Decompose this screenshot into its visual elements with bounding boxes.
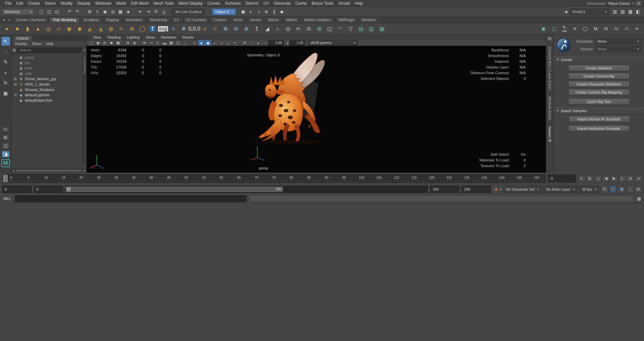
open-scene-icon[interactable]: ◰	[45, 8, 53, 15]
ambient-occlusion-icon[interactable]: ◒	[225, 40, 231, 46]
outliner-tab[interactable]: Outliner	[12, 35, 33, 41]
layout-single-pane-button[interactable]: ▭	[2, 126, 10, 132]
input-connections-icon[interactable]: ⇤	[137, 8, 145, 15]
smooth-icon[interactable]: ◠	[335, 24, 345, 34]
sidebar-channel-box-toggle-icon[interactable]: ▥	[611, 8, 619, 15]
shelf-tab[interactable]: Curves / Surfaces	[13, 17, 49, 23]
menu-item[interactable]: Edit	[14, 0, 26, 7]
boolean-union-icon[interactable]: ⊕	[221, 24, 230, 34]
snap-to-curve-icon[interactable]: ∿	[93, 8, 101, 15]
safe-title-icon[interactable]: □	[182, 40, 188, 46]
source-dropdown[interactable]: None	[595, 46, 641, 52]
menu-item[interactable]: Deform	[243, 0, 261, 7]
shelf-tab[interactable]: Poly Modeling	[49, 17, 79, 23]
outliner-item-side[interactable]: ▣ side	[11, 71, 86, 76]
component-mode-icon[interactable]: ▢	[549, 24, 559, 34]
character-set-icon[interactable]: ◆	[494, 187, 498, 192]
paint-select-tool[interactable]: ✎	[1, 58, 10, 66]
menu-item[interactable]: Create	[26, 0, 42, 7]
menu-item[interactable]: Cache	[293, 0, 309, 7]
poly-prism-icon[interactable]: ◮	[96, 24, 105, 34]
quick-render-icon[interactable]: ◐	[247, 8, 255, 15]
shelf-tab[interactable]: MASH	[283, 17, 300, 23]
object-mode-icon[interactable]: ▣	[539, 24, 548, 34]
time-slider[interactable]: 0510152025303540455055606570758085909510…	[2, 174, 546, 183]
gamma-icon[interactable]: γ	[287, 41, 288, 45]
reduce-icon[interactable]: ▽	[346, 24, 355, 34]
view-transform-dropdown[interactable]: sRGB gamma	[308, 40, 358, 46]
chevron-down-icon[interactable]	[83, 48, 85, 52]
anti-aliasing-icon[interactable]: ⊛	[241, 40, 248, 46]
poly-helix-icon[interactable]: ∿	[117, 24, 126, 34]
outliner-horizontal-scrollbar[interactable]: ◀ ▶	[11, 168, 86, 173]
select-tool[interactable]: ↖	[1, 37, 10, 46]
anim-layer-dropdown[interactable]: No Anim Layer	[544, 186, 577, 193]
animation-preferences-icon[interactable]: ⊛	[635, 186, 642, 193]
new-scene-icon[interactable]: ▢	[38, 8, 45, 15]
sweep-mesh-icon[interactable]: ∿	[169, 24, 178, 34]
outliner-item-persp[interactable]: ▣ persp	[11, 55, 86, 60]
import-animation-example-button[interactable]: Import Animation Example	[568, 125, 630, 132]
bookmarks-icon[interactable]: ◆	[108, 40, 115, 46]
menu-set-dropdown[interactable]: Modeling	[2, 8, 34, 15]
outliner-menu-item[interactable]: Display	[13, 41, 30, 46]
marking-menu-m4-icon[interactable]: M	[622, 24, 632, 34]
uv-planar-icon[interactable]: ▤	[356, 24, 366, 34]
menu-item[interactable]: File	[3, 0, 14, 7]
menu-item[interactable]: Mesh	[114, 0, 128, 7]
go-to-start-button[interactable]: ⇤	[578, 175, 586, 182]
poly-soccer-ball-icon[interactable]: ◯	[137, 24, 147, 34]
move-tool[interactable]: +	[1, 68, 10, 77]
auto-key-icon[interactable]: ✦	[609, 186, 617, 193]
tab-human-ik[interactable]: Human IK	[548, 127, 552, 143]
layout-four-pane-button[interactable]: ⊞	[2, 134, 10, 141]
poly-cone-icon[interactable]: ▲	[33, 24, 43, 34]
poly-torus-icon[interactable]: ◎	[44, 24, 53, 34]
create-character-definition-button[interactable]: Create Character Definition	[568, 81, 630, 87]
snap-to-projected-center-icon[interactable]: ◎	[109, 8, 117, 15]
poly-cylinder-icon[interactable]: ▮	[23, 24, 32, 34]
panel-menu-item[interactable]: Panels	[179, 35, 197, 40]
hypershade-icon[interactable]: ◆	[278, 8, 286, 15]
play-backwards-button[interactable]: ◀	[602, 175, 610, 182]
menu-item[interactable]: Generate	[271, 0, 293, 7]
field-chart-icon[interactable]: ▦	[168, 40, 174, 46]
menu-item[interactable]: Mesh Tools	[151, 0, 176, 7]
step-back-key-button[interactable]: ⇇	[586, 175, 594, 182]
camera-attributes-icon[interactable]: ◎	[102, 40, 108, 46]
fps-dropdown[interactable]: 30 fps	[579, 186, 599, 193]
scrollbar-thumb[interactable]	[16, 169, 82, 172]
cp-tool-icon[interactable]: CP	[547, 36, 553, 41]
shelf-tab[interactable]: Arnold	[247, 17, 264, 23]
quad-draw-icon[interactable]: ⊞	[315, 24, 324, 34]
scroll-up-icon[interactable]: ▲	[83, 55, 86, 59]
tab-channel-box-layer-editor[interactable]: Channel Box / Layer Editor	[548, 47, 552, 90]
exposure-field[interactable]: 0.00	[268, 40, 284, 46]
shelf-tab[interactable]: Renders	[358, 17, 379, 23]
poly-sphere-icon[interactable]: ●	[2, 24, 11, 34]
shelf-tab[interactable]: Animation	[123, 17, 146, 23]
go-to-end-button[interactable]: ⇥	[635, 175, 642, 182]
poly-svg-icon[interactable]: svg	[158, 24, 168, 34]
bridge-icon[interactable]: ∩	[273, 24, 282, 34]
snap-to-point-icon[interactable]: ◉	[101, 8, 109, 15]
outliner-item-ground-shadows[interactable]: ◈ Ground_Shadows	[11, 87, 86, 92]
playback-loop-icon[interactable]: ↻	[601, 186, 608, 193]
workspace-selector[interactable]: Workspace: Maya Classic ▦	[587, 1, 641, 6]
fill-hole-icon[interactable]: ◘	[283, 24, 293, 34]
boolean-intersection-icon[interactable]: ⊗	[242, 24, 251, 34]
pause-viewport-icon[interactable]: ∥	[270, 8, 278, 15]
reset-pivot-icon[interactable]: 0,0,0	[190, 24, 199, 34]
shelf-tab[interactable]: FX Caching	[183, 17, 209, 23]
outliner-item-front[interactable]: ▣ front	[11, 65, 86, 71]
undo-icon[interactable]: ↶	[66, 8, 73, 15]
quick-rig-tool-button[interactable]: Quick Rig Tool	[568, 98, 630, 105]
render-view-icon[interactable]: ▣	[239, 8, 247, 15]
panel-menu-item[interactable]: Shading	[104, 35, 124, 40]
panel-menu-item[interactable]: View	[90, 35, 104, 40]
outliner-item-top[interactable]: ▣ top	[11, 60, 86, 65]
lasso-select-tool[interactable]: ◌	[1, 47, 10, 56]
current-frame-field[interactable]: 0	[548, 175, 576, 183]
shelf-tab[interactable]: MSPlugin	[335, 17, 358, 23]
time-clock-icon[interactable]: ◔	[626, 186, 634, 193]
